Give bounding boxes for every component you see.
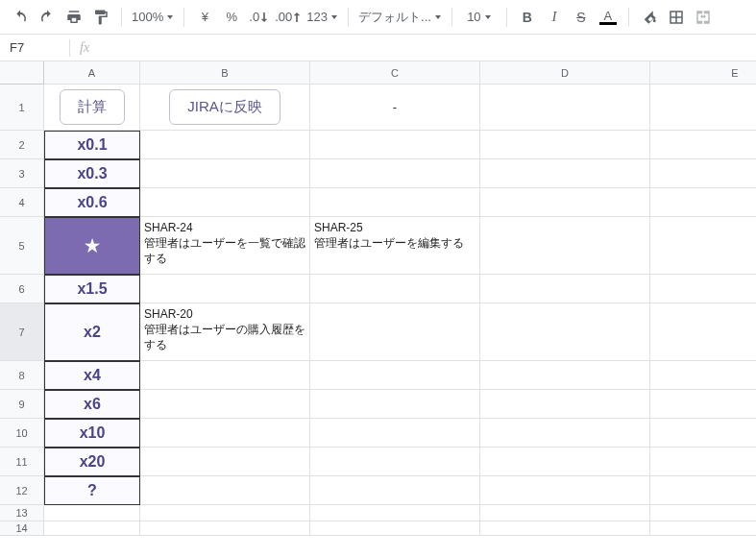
cell[interactable] xyxy=(310,448,480,476)
scale-cell[interactable]: x4 xyxy=(44,361,140,390)
cell[interactable] xyxy=(480,521,650,536)
row-header[interactable]: 2 xyxy=(0,131,44,159)
cell[interactable] xyxy=(310,521,480,536)
row-header[interactable]: 4 xyxy=(0,188,44,217)
cell[interactable] xyxy=(140,448,310,476)
row-header[interactable]: 11 xyxy=(0,448,44,476)
cell[interactable] xyxy=(140,361,310,390)
row-header[interactable]: 1 xyxy=(0,85,44,131)
undo-icon[interactable] xyxy=(8,5,33,30)
cell[interactable] xyxy=(310,188,480,217)
row-header[interactable]: 6 xyxy=(0,275,44,303)
row-header[interactable]: 13 xyxy=(0,505,44,521)
story-cell[interactable]: SHAR-25 管理者はユーザーを編集する xyxy=(310,217,480,275)
cell[interactable] xyxy=(480,476,650,505)
print-icon[interactable] xyxy=(61,5,86,30)
cell[interactable] xyxy=(140,275,310,303)
jira-button[interactable]: JIRAに反映 xyxy=(169,89,280,125)
row-header[interactable]: 10 xyxy=(0,419,44,448)
more-formats-dropdown[interactable]: 123 xyxy=(305,5,340,30)
scale-cell[interactable]: x20 xyxy=(44,448,140,476)
cell[interactable] xyxy=(310,275,480,303)
cell[interactable] xyxy=(480,303,650,361)
cell[interactable] xyxy=(140,159,310,188)
borders-button[interactable] xyxy=(664,5,689,30)
cell[interactable] xyxy=(480,419,650,448)
column-header[interactable]: D xyxy=(480,61,650,85)
row-header[interactable]: 12 xyxy=(0,476,44,505)
row-header[interactable]: 9 xyxy=(0,390,44,419)
zoom-dropdown[interactable]: 100% xyxy=(130,5,176,30)
cell[interactable] xyxy=(310,419,480,448)
scale-cell[interactable]: x10 xyxy=(44,419,140,448)
formula-input[interactable] xyxy=(99,40,756,55)
cell[interactable] xyxy=(140,188,310,217)
cell[interactable] xyxy=(650,390,756,419)
cell[interactable] xyxy=(480,390,650,419)
cell[interactable] xyxy=(480,217,650,275)
row-header[interactable]: 14 xyxy=(0,521,44,536)
cell[interactable] xyxy=(650,159,756,188)
cell[interactable] xyxy=(310,303,480,361)
calc-button[interactable]: 計算 xyxy=(60,89,125,125)
scale-cell[interactable]: x0.6 xyxy=(44,188,140,217)
scale-cell[interactable]: x2 xyxy=(44,303,140,361)
strikethrough-button[interactable]: S xyxy=(569,5,594,30)
column-header[interactable]: C xyxy=(310,61,480,85)
cell[interactable] xyxy=(310,159,480,188)
cell[interactable] xyxy=(650,85,756,131)
paint-format-icon[interactable] xyxy=(88,5,113,30)
fill-color-button[interactable] xyxy=(637,5,662,30)
column-header[interactable]: E xyxy=(650,61,756,85)
increase-decimal-button[interactable]: .00 xyxy=(273,5,303,30)
select-all-corner[interactable] xyxy=(0,61,44,85)
cell[interactable] xyxy=(310,131,480,159)
bold-button[interactable]: B xyxy=(515,5,540,30)
currency-format-button[interactable]: ¥ xyxy=(192,5,217,30)
scale-cell[interactable]: x6 xyxy=(44,390,140,419)
column-header[interactable]: B xyxy=(140,61,310,85)
story-cell[interactable]: SHAR-20 管理者はユーザーの購入履歴をする xyxy=(140,303,310,361)
redo-icon[interactable] xyxy=(35,5,60,30)
cell[interactable]: JIRAに反映 xyxy=(140,85,310,131)
cell[interactable] xyxy=(650,275,756,303)
cell[interactable] xyxy=(650,361,756,390)
cell[interactable] xyxy=(310,476,480,505)
cell[interactable] xyxy=(140,505,310,521)
percent-format-button[interactable]: % xyxy=(219,5,244,30)
decrease-decimal-button[interactable]: .0 xyxy=(246,5,271,30)
name-box[interactable]: F7 xyxy=(0,40,69,55)
cell[interactable] xyxy=(140,419,310,448)
cell[interactable] xyxy=(310,505,480,521)
cell[interactable] xyxy=(650,419,756,448)
cell[interactable] xyxy=(650,505,756,521)
cell[interactable] xyxy=(650,476,756,505)
column-header[interactable]: A xyxy=(44,61,140,85)
cell[interactable]: - xyxy=(310,85,480,131)
cell[interactable] xyxy=(480,159,650,188)
cell[interactable] xyxy=(480,131,650,159)
cell[interactable] xyxy=(480,85,650,131)
cell[interactable] xyxy=(650,217,756,275)
cell[interactable]: 計算 xyxy=(44,85,140,131)
spreadsheet-grid[interactable]: ABCDE1計算JIRAに反映-2x0.13x0.34x0.65★SHAR-24… xyxy=(0,61,756,536)
cell[interactable] xyxy=(650,303,756,361)
cell[interactable] xyxy=(140,131,310,159)
story-cell[interactable]: SHAR-24 管理者はユーザーを一覧で確認する xyxy=(140,217,310,275)
scale-cell[interactable]: x0.3 xyxy=(44,159,140,188)
cell[interactable] xyxy=(650,131,756,159)
scale-cell[interactable]: x1.5 xyxy=(44,275,140,303)
cell[interactable] xyxy=(480,275,650,303)
row-header[interactable]: 8 xyxy=(0,361,44,390)
scale-cell[interactable]: x0.1 xyxy=(44,131,140,159)
cell[interactable] xyxy=(480,188,650,217)
cell[interactable] xyxy=(140,521,310,536)
cell[interactable] xyxy=(480,361,650,390)
row-header[interactable]: 5 xyxy=(0,217,44,275)
cell[interactable] xyxy=(480,448,650,476)
cell[interactable] xyxy=(480,505,650,521)
row-header[interactable]: 7 xyxy=(0,303,44,361)
row-header[interactable]: 3 xyxy=(0,159,44,188)
text-color-button[interactable]: A xyxy=(596,5,621,30)
font-size-dropdown[interactable]: 10 xyxy=(460,5,499,30)
